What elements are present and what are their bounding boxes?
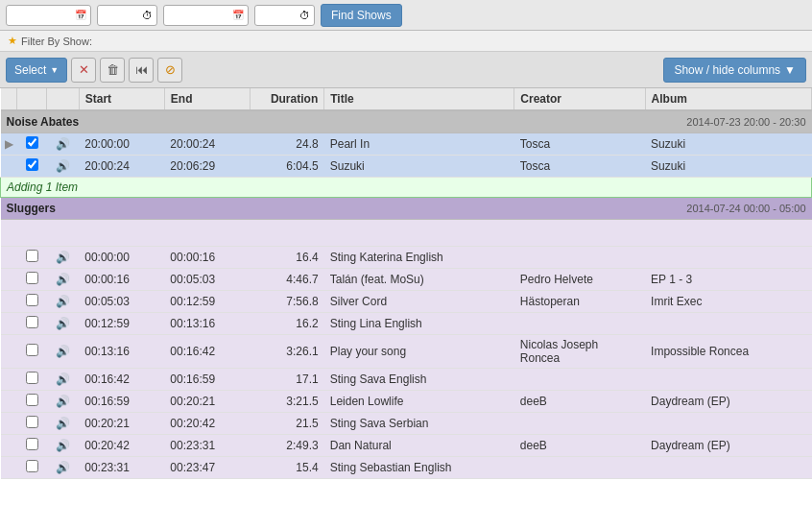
- row-creator: Hästoperan: [514, 291, 645, 313]
- table-container[interactable]: Start End Duration Title Creator Album N…: [0, 88, 812, 505]
- row-checkbox-cell[interactable]: [17, 335, 47, 369]
- table-row[interactable]: 🔊 00:23:31 00:23:47 15.4 Sting Sebastian…: [1, 457, 812, 479]
- row-start: 20:00:24: [79, 156, 164, 178]
- select-button[interactable]: Select ▼: [6, 58, 67, 83]
- cancel-button[interactable]: ⊘: [157, 58, 182, 83]
- calendar-icon-1[interactable]: 📅: [75, 10, 86, 20]
- group-name-sluggers: Sluggers: [1, 198, 324, 220]
- row-volume-icon: 🔊: [47, 313, 79, 335]
- filter-star-icon: ★: [8, 35, 17, 47]
- row-checkbox-cell[interactable]: [17, 313, 47, 335]
- row-arrow: [1, 291, 17, 313]
- row-checkbox[interactable]: [26, 394, 38, 406]
- time-input-2[interactable]: 18:50 ⏱: [254, 5, 315, 26]
- clock-icon-1[interactable]: ⏱: [142, 10, 153, 21]
- row-checkbox-cell[interactable]: [17, 291, 47, 313]
- table-row[interactable]: 🔊 00:13:16 00:16:42 3:26.1 Play your son…: [1, 335, 812, 369]
- row-duration: 16.4: [251, 247, 324, 269]
- row-creator: [514, 369, 645, 391]
- row-title: Leiden Lowlife: [324, 391, 514, 413]
- close-button[interactable]: ✕: [71, 58, 96, 83]
- skip-back-button[interactable]: ⏮: [129, 58, 154, 83]
- row-checkbox-cell[interactable]: [17, 457, 47, 479]
- row-start: 00:23:31: [79, 457, 164, 479]
- row-checkbox[interactable]: [26, 438, 38, 450]
- show-hide-columns-button[interactable]: Show / hide columns ▼: [663, 58, 806, 83]
- table-row[interactable]: ▶ 🔊 20:00:00 20:00:24 24.8 Pearl In Tosc…: [1, 133, 812, 156]
- table-row[interactable]: 🔊 20:00:24 20:06:29 6:04.5 Suzuki Tosca …: [1, 156, 812, 178]
- delete-button[interactable]: 🗑: [100, 58, 125, 83]
- row-checkbox-cell[interactable]: [17, 156, 47, 178]
- row-checkbox[interactable]: [26, 294, 38, 306]
- row-album: Imrit Exec: [645, 291, 811, 313]
- row-start: 00:13:16: [79, 335, 164, 369]
- col-header-start: Start: [79, 88, 164, 110]
- row-arrow: [1, 369, 17, 391]
- row-checkbox-cell[interactable]: [17, 269, 47, 291]
- row-checkbox-cell[interactable]: [17, 413, 47, 435]
- row-duration: 15.4: [251, 457, 324, 479]
- row-album: [645, 457, 811, 479]
- table-row[interactable]: 🔊 00:20:21 00:20:42 21.5 Sting Sava Serb…: [1, 413, 812, 435]
- row-album: Suzuki: [645, 133, 811, 156]
- row-creator: Nicolas JosephRoncea: [514, 335, 645, 369]
- row-checkbox-cell[interactable]: [17, 369, 47, 391]
- row-arrow: [1, 435, 17, 457]
- row-album: Daydream (EP): [645, 391, 811, 413]
- table-row[interactable]: 🔊 00:00:00 00:00:16 16.4 Sting Katerina …: [1, 247, 812, 269]
- date-input-2[interactable]: 2014-07-24 📅: [163, 5, 249, 26]
- table-row[interactable]: 🔊 00:20:42 00:23:31 2:49.3 Dan Natural d…: [1, 435, 812, 457]
- adding-item-row: Adding 1 Item: [1, 178, 812, 198]
- col-header-volume: [47, 88, 79, 110]
- date-field-1[interactable]: 2014-07-23: [11, 10, 73, 21]
- row-checkbox-cell[interactable]: [17, 391, 47, 413]
- table-row[interactable]: 🔊 00:12:59 00:13:16 16.2 Sting Lina Engl…: [1, 313, 812, 335]
- row-end: 20:00:24: [164, 133, 250, 156]
- table-row[interactable]: 🔊 00:00:16 00:05:03 4:46.7 Talán (feat. …: [1, 269, 812, 291]
- top-bar: 2014-07-23 📅 18:50 ⏱ 2014-07-24 📅 18:50 …: [0, 0, 812, 31]
- row-title: Suzuki: [324, 156, 514, 178]
- row-checkbox[interactable]: [26, 416, 38, 428]
- row-checkbox-cell[interactable]: [17, 435, 47, 457]
- adding-item-label: Adding 1 Item: [1, 178, 812, 198]
- row-checkbox-cell[interactable]: [17, 133, 47, 156]
- row-checkbox-cell[interactable]: [17, 247, 47, 269]
- row-checkbox[interactable]: [26, 136, 38, 149]
- row-checkbox[interactable]: [26, 316, 38, 328]
- row-duration: 3:21.5: [251, 391, 324, 413]
- time-field-2[interactable]: 18:50: [259, 10, 298, 21]
- filter-label: Filter By Show:: [21, 36, 92, 47]
- row-checkbox[interactable]: [26, 250, 38, 262]
- row-end: 00:16:59: [164, 369, 250, 391]
- row-end: 00:23:31: [164, 435, 250, 457]
- row-end: 00:12:59: [164, 291, 250, 313]
- row-album: [645, 247, 811, 269]
- table-body: Noise Abates 2014-07-23 20:00 - 20:30 ▶ …: [1, 110, 812, 479]
- row-title: Sting Sebastian English: [324, 457, 514, 479]
- table-header-row: Start End Duration Title Creator Album: [1, 88, 812, 110]
- group-header-noise-abates: Noise Abates 2014-07-23 20:00 - 20:30: [1, 110, 812, 133]
- row-checkbox[interactable]: [26, 372, 38, 384]
- find-shows-button[interactable]: Find Shows: [321, 4, 402, 27]
- row-album: [645, 369, 811, 391]
- date-input-1[interactable]: 2014-07-23 📅: [6, 5, 91, 26]
- row-arrow: [1, 269, 17, 291]
- row-checkbox[interactable]: [26, 272, 38, 284]
- row-checkbox[interactable]: [26, 460, 38, 472]
- table-row[interactable]: 🔊 00:05:03 00:12:59 7:56.8 Silver Cord H…: [1, 291, 812, 313]
- row-duration: 17.1: [251, 369, 324, 391]
- clock-icon-2[interactable]: ⏱: [299, 10, 310, 21]
- row-creator: Tosca: [514, 133, 645, 156]
- row-arrow: [1, 413, 17, 435]
- time-field-1[interactable]: 18:50: [102, 10, 140, 21]
- row-checkbox[interactable]: [26, 344, 38, 356]
- table-row[interactable]: 🔊 00:16:59 00:20:21 3:21.5 Leiden Lowlif…: [1, 391, 812, 413]
- group-header-sluggers: Sluggers 2014-07-24 00:00 - 05:00: [1, 198, 812, 220]
- table-row[interactable]: 🔊 00:16:42 00:16:59 17.1 Sting Sava Engl…: [1, 369, 812, 391]
- calendar-icon-2[interactable]: 📅: [232, 10, 244, 20]
- row-start: 20:00:00: [79, 133, 164, 156]
- date-field-2[interactable]: 2014-07-24: [168, 10, 230, 21]
- row-volume-icon: 🔊: [47, 413, 79, 435]
- time-input-1[interactable]: 18:50 ⏱: [97, 5, 157, 26]
- row-checkbox[interactable]: [26, 158, 38, 171]
